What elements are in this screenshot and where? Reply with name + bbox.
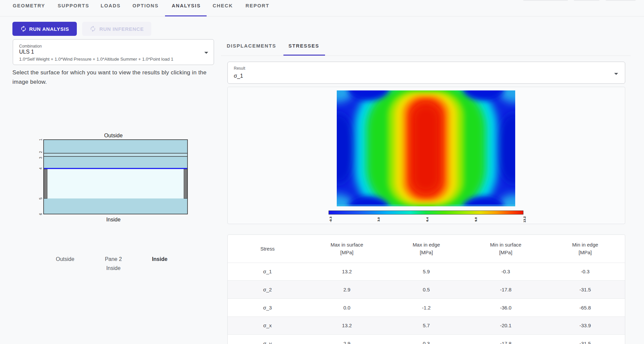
- svg-text:5: 5: [39, 197, 43, 199]
- svg-text:6.4: 6.4: [425, 217, 429, 222]
- svg-text:4: 4: [39, 167, 43, 169]
- svg-text:9.8: 9.8: [474, 217, 478, 221]
- svg-text:Outside: Outside: [104, 133, 122, 138]
- svg-text:2: 2: [39, 151, 43, 153]
- svg-text:1: 1: [39, 139, 43, 141]
- svg-text:Inside: Inside: [106, 217, 121, 222]
- svg-text:-0.3: -0.3: [329, 217, 332, 222]
- svg-text:3.0: 3.0: [377, 217, 380, 221]
- svg-text:3: 3: [39, 157, 43, 159]
- svg-text:13.2: 13.2: [523, 216, 526, 223]
- svg-text:6: 6: [39, 213, 43, 215]
